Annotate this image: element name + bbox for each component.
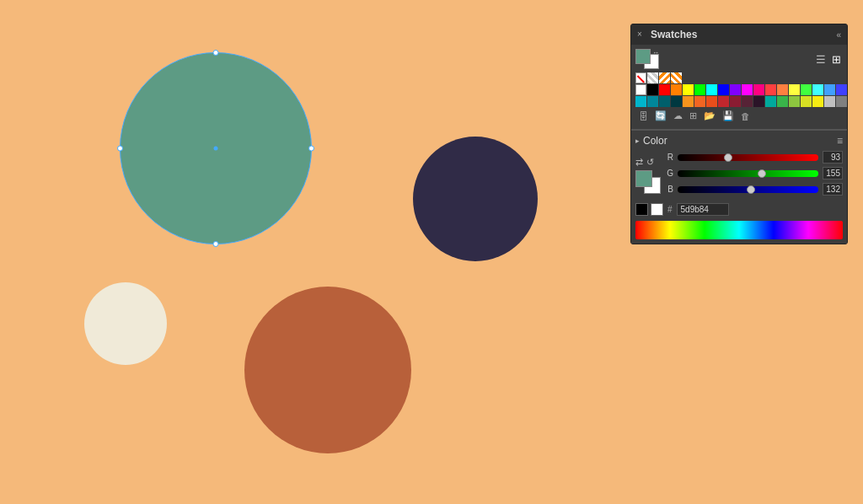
color-fg-swatch[interactable] [635, 170, 652, 187]
swatch-dkst-maroon[interactable] [753, 96, 764, 107]
hex-label: # [667, 205, 673, 214]
hex-row: # [635, 203, 843, 216]
spectrum-bar[interactable] [635, 221, 843, 239]
swatch-icon-6[interactable]: 💾 [721, 110, 736, 122]
g-slider[interactable] [678, 170, 818, 177]
swatch-icon-3[interactable]: ☁ [672, 110, 684, 122]
swatch-ltyellow[interactable] [789, 84, 800, 95]
swatch-orange[interactable] [671, 84, 682, 95]
swatch-burnt[interactable] [706, 96, 717, 107]
swatch-bright-yellow[interactable] [812, 96, 823, 107]
swatch-blue[interactable] [718, 84, 729, 95]
swatch-maroon[interactable] [730, 96, 741, 107]
b-slider[interactable] [678, 186, 818, 193]
b-value[interactable]: 132 [823, 183, 843, 196]
reset-color-icon[interactable]: ↺ [646, 157, 654, 168]
r-slider-row: R 93 [665, 151, 843, 164]
swatch-green[interactable] [694, 84, 705, 95]
swatch-ltpurple[interactable] [836, 84, 847, 95]
hex-swatches [635, 203, 663, 216]
orange-circle[interactable] [244, 287, 411, 453]
cream-circle[interactable] [84, 282, 167, 365]
swatches-toolbar: ↔ ☰ ⊞ [635, 49, 843, 69]
pattern-swatch[interactable] [659, 72, 670, 83]
b-label: B [665, 185, 673, 194]
hex-input[interactable] [677, 203, 729, 216]
swatch-purple[interactable] [730, 84, 741, 95]
panel-title: Swatches [651, 29, 697, 40]
g-slider-row: G 155 [665, 167, 843, 180]
r-value[interactable]: 93 [823, 151, 843, 164]
sliders-area: R 93 G 155 B [665, 151, 843, 199]
swatch-icon-2[interactable]: 🔄 [653, 110, 668, 122]
g-thumb[interactable] [758, 169, 766, 178]
color-section-arrow-icon[interactable]: ▸ [635, 137, 640, 145]
fg-swatch[interactable] [635, 49, 651, 64]
swatch-ltorange[interactable] [777, 84, 788, 95]
swatch-icon-1[interactable]: 🗄 [637, 110, 650, 122]
swatch-black[interactable] [647, 84, 658, 95]
swatch-grass[interactable] [777, 96, 788, 107]
swatch-view-buttons: ☰ ⊞ [814, 51, 843, 67]
swatch-dkst-teal[interactable] [671, 96, 682, 107]
swatch-row-1 [635, 84, 843, 95]
swatch-dk-maroon[interactable] [742, 96, 753, 107]
swatch-row-2 [635, 96, 843, 107]
pattern-swatch2[interactable] [671, 72, 682, 83]
swatch-ltgreen[interactable] [801, 84, 812, 95]
list-view-button[interactable]: ☰ [814, 51, 828, 67]
swatch-gray1[interactable] [824, 96, 835, 107]
color-controls: ⇄ ↺ R 93 [635, 151, 843, 199]
swatch-icon-7[interactable]: 🗑 [739, 110, 752, 122]
swatch-icon-4[interactable]: ⊞ [688, 110, 699, 122]
g-label: G [665, 169, 673, 178]
swatch-magenta[interactable] [742, 84, 753, 95]
purple-circle[interactable] [413, 137, 538, 261]
swatch-ltblue[interactable] [824, 84, 835, 95]
color-fg-bg[interactable] [635, 170, 661, 194]
b-thumb[interactable] [747, 185, 755, 194]
swatch-teal2[interactable] [765, 96, 776, 107]
swatch-teal[interactable] [635, 96, 646, 107]
swatch-pink[interactable] [753, 84, 764, 95]
swatch-yellow[interactable] [683, 84, 694, 95]
swatch-icon-5[interactable]: 📂 [702, 110, 717, 122]
swatch-red[interactable] [659, 84, 670, 95]
swatch-white[interactable] [635, 84, 646, 95]
fg-bg-swatch[interactable]: ↔ [635, 49, 659, 69]
close-button[interactable]: × [637, 30, 646, 39]
color-title-row: ▸ Color [635, 135, 667, 147]
swatch-ltcyan[interactable] [812, 84, 823, 95]
special-swatch-row [635, 72, 843, 83]
g-value[interactable]: 155 [823, 167, 843, 180]
white-swatch[interactable] [651, 203, 663, 216]
swatch-yellow2[interactable] [801, 96, 812, 107]
swatches-icon-row: 🗄 🔄 ☁ ⊞ 📂 💾 🗑 [635, 107, 843, 125]
b-slider-row: B 132 [665, 183, 843, 196]
grid-view-button[interactable]: ⊞ [830, 51, 843, 67]
swatch-dk-orange[interactable] [694, 96, 705, 107]
swatch-amber[interactable] [683, 96, 694, 107]
swatch-gray2[interactable] [836, 96, 847, 107]
swatch-crimson[interactable] [718, 96, 729, 107]
color-section: ▸ Color ≡ ⇄ ↺ R [631, 130, 847, 244]
transparent-swatch[interactable] [647, 72, 658, 83]
swatch-lime[interactable] [789, 96, 800, 107]
swatch-dk-teal[interactable] [647, 96, 658, 107]
swatch-dkr-teal[interactable] [659, 96, 670, 107]
panel-titlebar: × Swatches « [631, 24, 847, 45]
titlebar-left: × Swatches [637, 29, 697, 40]
swatch-cyan[interactable] [706, 84, 717, 95]
swatch-ltred[interactable] [765, 84, 776, 95]
none-swatch[interactable] [635, 72, 646, 83]
color-section-menu-icon[interactable]: ≡ [837, 135, 843, 147]
swap-color-icon[interactable]: ⇄ [635, 157, 643, 168]
r-thumb[interactable] [724, 153, 732, 162]
color-section-header: ▸ Color ≡ [635, 135, 843, 147]
swap-arrow-icon[interactable]: ↔ [652, 49, 659, 56]
r-label: R [665, 153, 673, 162]
collapse-icon[interactable]: « [836, 30, 841, 40]
r-slider[interactable] [678, 154, 818, 161]
black-swatch[interactable] [635, 203, 648, 216]
teal-circle-selection[interactable] [120, 52, 312, 244]
